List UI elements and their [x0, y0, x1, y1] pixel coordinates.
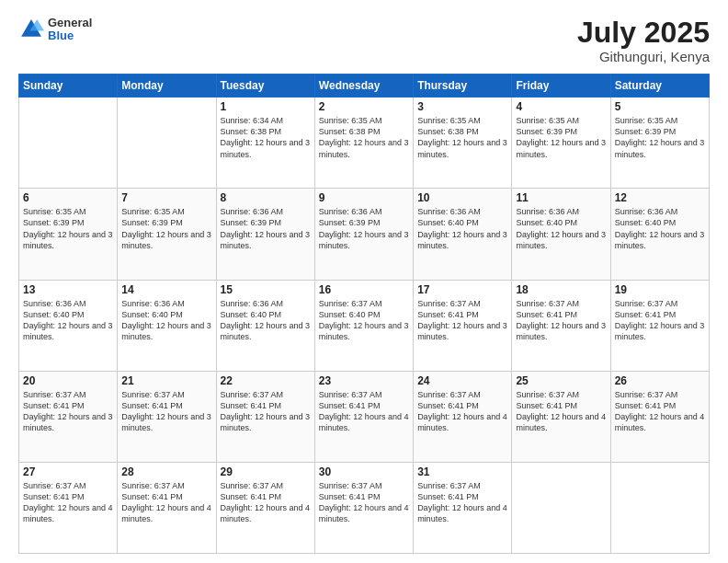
table-row — [512, 462, 610, 553]
day-number: 3 — [417, 100, 507, 113]
table-row: 6Sunrise: 6:35 AM Sunset: 6:39 PM Daylig… — [19, 189, 118, 280]
logo: General Blue — [18, 17, 92, 43]
table-row: 16Sunrise: 6:37 AM Sunset: 6:40 PM Dayli… — [314, 280, 413, 371]
table-row — [19, 98, 118, 189]
day-number: 27 — [23, 465, 113, 478]
day-info: Sunrise: 6:37 AM Sunset: 6:41 PM Dayligh… — [417, 480, 507, 525]
day-info: Sunrise: 6:37 AM Sunset: 6:41 PM Dayligh… — [615, 389, 705, 434]
day-info: Sunrise: 6:37 AM Sunset: 6:41 PM Dayligh… — [221, 389, 311, 434]
table-row: 4Sunrise: 6:35 AM Sunset: 6:39 PM Daylig… — [512, 98, 610, 189]
day-number: 12 — [615, 191, 705, 204]
col-saturday: Saturday — [610, 75, 709, 98]
day-number: 18 — [516, 283, 606, 296]
table-row: 26Sunrise: 6:37 AM Sunset: 6:41 PM Dayli… — [610, 371, 709, 462]
calendar-week-2: 6Sunrise: 6:35 AM Sunset: 6:39 PM Daylig… — [19, 189, 710, 280]
table-row: 17Sunrise: 6:37 AM Sunset: 6:41 PM Dayli… — [414, 280, 512, 371]
table-row: 7Sunrise: 6:35 AM Sunset: 6:39 PM Daylig… — [118, 189, 216, 280]
day-number: 15 — [221, 283, 311, 296]
day-info: Sunrise: 6:36 AM Sunset: 6:40 PM Dayligh… — [516, 206, 606, 251]
day-info: Sunrise: 6:37 AM Sunset: 6:41 PM Dayligh… — [121, 480, 211, 525]
day-info: Sunrise: 6:37 AM Sunset: 6:40 PM Dayligh… — [319, 298, 409, 343]
table-row: 9Sunrise: 6:36 AM Sunset: 6:39 PM Daylig… — [314, 189, 413, 280]
day-info: Sunrise: 6:37 AM Sunset: 6:41 PM Dayligh… — [23, 389, 113, 434]
table-row: 13Sunrise: 6:36 AM Sunset: 6:40 PM Dayli… — [19, 280, 118, 371]
day-info: Sunrise: 6:37 AM Sunset: 6:41 PM Dayligh… — [417, 298, 507, 343]
day-number: 16 — [319, 283, 409, 296]
calendar-week-3: 13Sunrise: 6:36 AM Sunset: 6:40 PM Dayli… — [19, 280, 710, 371]
day-info: Sunrise: 6:35 AM Sunset: 6:39 PM Dayligh… — [23, 206, 113, 251]
calendar-header-row: Sunday Monday Tuesday Wednesday Thursday… — [19, 75, 710, 98]
calendar-week-1: 1Sunrise: 6:34 AM Sunset: 6:38 PM Daylig… — [19, 98, 710, 189]
day-number: 21 — [121, 374, 211, 387]
table-row: 24Sunrise: 6:37 AM Sunset: 6:41 PM Dayli… — [414, 371, 512, 462]
table-row: 23Sunrise: 6:37 AM Sunset: 6:41 PM Dayli… — [314, 371, 413, 462]
day-number: 22 — [221, 374, 311, 387]
day-number: 24 — [417, 374, 507, 387]
table-row — [610, 462, 709, 553]
day-info: Sunrise: 6:36 AM Sunset: 6:40 PM Dayligh… — [615, 206, 705, 251]
title-block: July 2025 Githunguri, Kenya — [577, 17, 710, 64]
day-number: 8 — [221, 191, 311, 204]
logo-text: General Blue — [48, 17, 92, 43]
day-info: Sunrise: 6:37 AM Sunset: 6:41 PM Dayligh… — [319, 480, 409, 525]
day-info: Sunrise: 6:35 AM Sunset: 6:38 PM Dayligh… — [417, 115, 507, 160]
day-number: 20 — [23, 374, 113, 387]
day-number: 23 — [319, 374, 409, 387]
month-year: July 2025 — [577, 17, 710, 49]
col-friday: Friday — [512, 75, 610, 98]
day-info: Sunrise: 6:37 AM Sunset: 6:41 PM Dayligh… — [417, 389, 507, 434]
day-number: 1 — [221, 100, 311, 113]
col-sunday: Sunday — [19, 75, 118, 98]
day-info: Sunrise: 6:37 AM Sunset: 6:41 PM Dayligh… — [319, 389, 409, 434]
day-number: 31 — [417, 465, 507, 478]
table-row: 18Sunrise: 6:37 AM Sunset: 6:41 PM Dayli… — [512, 280, 610, 371]
table-row: 19Sunrise: 6:37 AM Sunset: 6:41 PM Dayli… — [610, 280, 709, 371]
table-row: 3Sunrise: 6:35 AM Sunset: 6:38 PM Daylig… — [414, 98, 512, 189]
col-wednesday: Wednesday — [314, 75, 413, 98]
day-number: 25 — [516, 374, 606, 387]
table-row: 28Sunrise: 6:37 AM Sunset: 6:41 PM Dayli… — [118, 462, 216, 553]
table-row: 21Sunrise: 6:37 AM Sunset: 6:41 PM Dayli… — [118, 371, 216, 462]
table-row: 1Sunrise: 6:34 AM Sunset: 6:38 PM Daylig… — [216, 98, 314, 189]
day-number: 9 — [319, 191, 409, 204]
day-info: Sunrise: 6:37 AM Sunset: 6:41 PM Dayligh… — [615, 298, 705, 343]
calendar-table: Sunday Monday Tuesday Wednesday Thursday… — [18, 74, 710, 554]
day-info: Sunrise: 6:36 AM Sunset: 6:40 PM Dayligh… — [121, 298, 211, 343]
day-info: Sunrise: 6:35 AM Sunset: 6:38 PM Dayligh… — [319, 115, 409, 160]
table-row: 15Sunrise: 6:36 AM Sunset: 6:40 PM Dayli… — [216, 280, 314, 371]
table-row: 22Sunrise: 6:37 AM Sunset: 6:41 PM Dayli… — [216, 371, 314, 462]
table-row: 2Sunrise: 6:35 AM Sunset: 6:38 PM Daylig… — [314, 98, 413, 189]
table-row: 29Sunrise: 6:37 AM Sunset: 6:41 PM Dayli… — [216, 462, 314, 553]
table-row: 30Sunrise: 6:37 AM Sunset: 6:41 PM Dayli… — [314, 462, 413, 553]
table-row: 25Sunrise: 6:37 AM Sunset: 6:41 PM Dayli… — [512, 371, 610, 462]
day-info: Sunrise: 6:37 AM Sunset: 6:41 PM Dayligh… — [516, 389, 606, 434]
table-row: 12Sunrise: 6:36 AM Sunset: 6:40 PM Dayli… — [610, 189, 709, 280]
day-info: Sunrise: 6:34 AM Sunset: 6:38 PM Dayligh… — [221, 115, 311, 160]
day-number: 26 — [615, 374, 705, 387]
day-info: Sunrise: 6:36 AM Sunset: 6:39 PM Dayligh… — [319, 206, 409, 251]
calendar-week-4: 20Sunrise: 6:37 AM Sunset: 6:41 PM Dayli… — [19, 371, 710, 462]
day-number: 28 — [121, 465, 211, 478]
day-info: Sunrise: 6:36 AM Sunset: 6:40 PM Dayligh… — [23, 298, 113, 343]
logo-general: General — [48, 17, 92, 29]
day-info: Sunrise: 6:35 AM Sunset: 6:39 PM Dayligh… — [516, 115, 606, 160]
day-number: 13 — [23, 283, 113, 296]
day-info: Sunrise: 6:35 AM Sunset: 6:39 PM Dayligh… — [121, 206, 211, 251]
table-row: 5Sunrise: 6:35 AM Sunset: 6:39 PM Daylig… — [610, 98, 709, 189]
calendar-week-5: 27Sunrise: 6:37 AM Sunset: 6:41 PM Dayli… — [19, 462, 710, 553]
table-row: 10Sunrise: 6:36 AM Sunset: 6:40 PM Dayli… — [414, 189, 512, 280]
day-number: 2 — [319, 100, 409, 113]
logo-blue: Blue — [48, 29, 92, 42]
day-info: Sunrise: 6:36 AM Sunset: 6:40 PM Dayligh… — [417, 206, 507, 251]
logo-icon — [18, 17, 44, 42]
day-number: 6 — [23, 191, 113, 204]
day-number: 30 — [319, 465, 409, 478]
day-number: 10 — [417, 191, 507, 204]
page: General Blue July 2025 Githunguri, Kenya… — [0, 0, 728, 563]
day-info: Sunrise: 6:36 AM Sunset: 6:40 PM Dayligh… — [221, 298, 311, 343]
day-info: Sunrise: 6:36 AM Sunset: 6:39 PM Dayligh… — [221, 206, 311, 251]
day-info: Sunrise: 6:37 AM Sunset: 6:41 PM Dayligh… — [221, 480, 311, 525]
col-monday: Monday — [118, 75, 216, 98]
table-row: 27Sunrise: 6:37 AM Sunset: 6:41 PM Dayli… — [19, 462, 118, 553]
day-info: Sunrise: 6:35 AM Sunset: 6:39 PM Dayligh… — [615, 115, 705, 160]
